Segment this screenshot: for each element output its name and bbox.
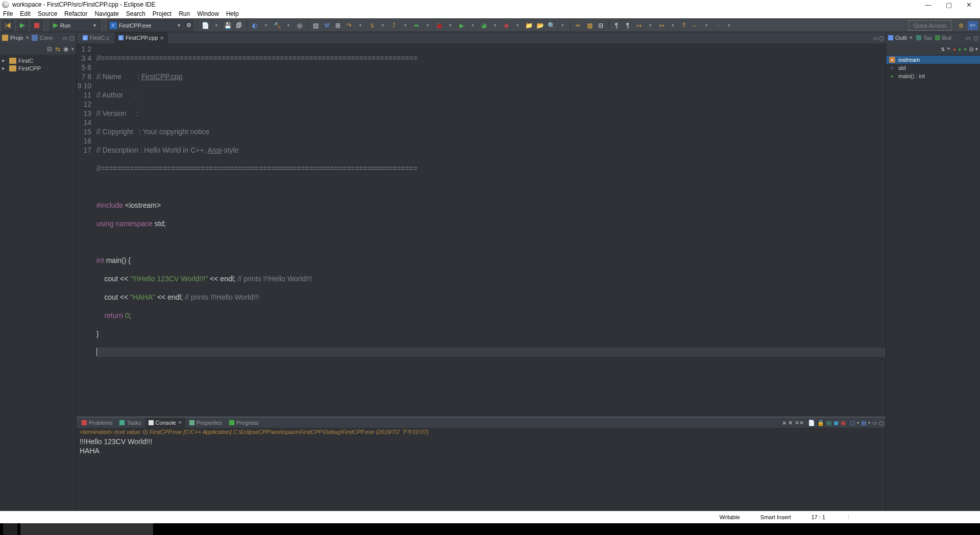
maximize-button[interactable]: ▢ — [946, 1, 952, 9]
arrow-right-icon[interactable]: ➡ — [412, 21, 421, 30]
menu-search[interactable]: Search — [126, 10, 145, 17]
maximize-right-icon[interactable]: ▢ — [973, 35, 978, 41]
show-last-icon[interactable]: ▤ — [826, 420, 831, 426]
pin-console-icon[interactable]: ▣ — [834, 420, 839, 426]
outline-item[interactable]: ● main() : int — [886, 72, 980, 80]
editor-tab[interactable]: C FirstC.c — [79, 32, 113, 43]
connections-tab[interactable]: Conn — [32, 35, 53, 41]
maximize-editor-icon[interactable]: ▢ — [879, 35, 884, 41]
hammer-icon[interactable]: 🔨 — [273, 21, 282, 30]
status-menu-icon[interactable]: ⋮ — [846, 514, 851, 521]
build-targets-tab[interactable]: Buil — [935, 35, 951, 41]
menu-source[interactable]: Source — [38, 10, 57, 17]
new-folder-icon[interactable]: 📁 — [524, 21, 533, 30]
filter-icon[interactable]: ⊟ — [969, 46, 973, 52]
terminate-icon[interactable]: ■ — [782, 420, 786, 426]
outline-item[interactable]: ≡ std — [886, 64, 980, 72]
highlight-icon[interactable]: ✏ — [574, 21, 583, 30]
tasks-outline-tab[interactable]: Tas — [916, 35, 932, 41]
new-icon[interactable]: 📄 — [201, 21, 210, 30]
build-icon[interactable]: ◐ — [250, 21, 259, 30]
step-return-icon[interactable]: ⤴ — [389, 21, 399, 30]
outline-item[interactable]: # iostream — [886, 56, 980, 64]
menu-edit[interactable]: Edit — [20, 10, 31, 17]
progress-tab[interactable]: Progress — [226, 418, 262, 428]
outline-tab[interactable]: Outli ✕ — [888, 35, 913, 41]
minimize-button[interactable]: — — [925, 1, 932, 9]
menu-navigate[interactable]: Navigate — [94, 10, 118, 17]
taskbar-item[interactable] — [3, 523, 17, 535]
menu-window[interactable]: Window — [197, 10, 219, 17]
quick-access[interactable]: Quick Access — [909, 20, 951, 31]
bug-icon[interactable]: 🐞 — [434, 21, 444, 30]
wrench-icon[interactable]: ⚒ — [322, 21, 331, 30]
console-tab[interactable]: Console ✕ — [145, 418, 185, 428]
collapse-all-icon[interactable]: ⊟ — [47, 45, 52, 53]
az-icon[interactable]: ᴬᶻ — [947, 46, 951, 52]
skip-button[interactable] — [2, 20, 14, 31]
resume-button[interactable] — [16, 20, 29, 31]
coverage-icon[interactable]: ◉ — [502, 21, 511, 30]
hide-static-icon[interactable]: ● — [958, 46, 961, 52]
prev-annotation-icon[interactable]: ↤ — [657, 21, 666, 30]
view-menu-right-icon[interactable]: ▾ — [975, 46, 978, 52]
perspective-open-icon[interactable]: ⊕ — [957, 21, 966, 30]
view-menu-icon[interactable]: ▾ — [71, 46, 74, 52]
project-node[interactable]: ▸ FirstC — [2, 57, 74, 64]
problems-tab[interactable]: Problems — [79, 418, 115, 428]
close-button[interactable]: ✕ — [966, 1, 972, 9]
step-into-icon[interactable]: ↴ — [367, 21, 376, 30]
perspective-cpp-icon[interactable]: C+ — [968, 21, 978, 30]
minimize-bottom-icon[interactable]: ▭ — [872, 420, 877, 426]
minimize-view-icon[interactable]: ▭ — [63, 35, 67, 41]
pilcrow-icon[interactable]: ¶ — [623, 21, 632, 30]
mark-icon[interactable]: ▦ — [585, 21, 594, 30]
stop-button[interactable] — [31, 20, 43, 31]
menu-file[interactable]: File — [3, 10, 13, 17]
save-all-icon[interactable]: 🗐 — [234, 21, 243, 30]
grid-icon[interactable]: ⊞ — [333, 21, 342, 30]
run-icon[interactable]: ▶ — [457, 21, 466, 30]
launch-config-select[interactable]: C FirstCPP.exe ▼ ⚙ — [107, 20, 194, 31]
minimize-right-icon[interactable]: ▭ — [966, 35, 970, 41]
hide-fields-icon[interactable]: ● — [953, 46, 956, 52]
save-icon[interactable]: 💾 — [223, 21, 232, 30]
display-selected-icon[interactable]: ▦ — [841, 420, 846, 426]
step-over-icon[interactable]: ↷ — [345, 21, 354, 30]
gear-icon[interactable]: ⚙ — [186, 22, 191, 29]
menu-project[interactable]: Project — [153, 10, 172, 17]
clear-console-icon[interactable]: 📄 — [808, 420, 815, 426]
menu-refactor[interactable]: Refactor — [64, 10, 87, 17]
toggle-icon[interactable]: ⊟ — [596, 21, 605, 30]
console-output[interactable]: !!!Hello 123CV World!!! HAHA — [77, 436, 886, 511]
taskbar-item[interactable] — [20, 523, 153, 535]
os-taskbar[interactable] — [0, 523, 980, 535]
focus-icon[interactable]: ◉ — [63, 45, 68, 53]
project-explorer-tab[interactable]: Proje ✕ — [2, 35, 30, 41]
menu-run[interactable]: Run — [179, 10, 190, 17]
folder-open-icon[interactable]: 📂 — [535, 21, 545, 30]
scroll-lock-icon[interactable]: 🔒 — [817, 420, 824, 426]
hide-nonpublic-icon[interactable]: ✦ — [963, 46, 967, 52]
remove-all-icon[interactable]: ⨯⨯ — [795, 420, 804, 426]
code-editor[interactable]: 1 2 3 4 5 6 7 8 9 10 11 12 13 14 15 16 1… — [77, 43, 886, 417]
close-tab-icon[interactable]: ✕ — [160, 35, 164, 41]
sheet-icon[interactable]: ▤ — [311, 21, 320, 30]
open-console-icon[interactable]: ▢ — [850, 420, 855, 426]
next-annotation-icon[interactable]: ↦ — [634, 21, 644, 30]
menu-help[interactable]: Help — [226, 10, 239, 17]
tasks-tab[interactable]: Tasks — [116, 418, 144, 428]
maximize-view-icon[interactable]: ▢ — [69, 35, 74, 41]
sort-icon[interactable]: ⇅ — [941, 46, 945, 52]
search-icon[interactable]: 🔍 — [547, 21, 556, 30]
project-node[interactable]: ▸ FirstCPP — [2, 64, 74, 72]
back-icon[interactable]: ← — [691, 21, 700, 30]
target-icon[interactable]: ◎ — [295, 21, 304, 30]
profile-icon[interactable]: ◕ — [479, 21, 488, 30]
forward-icon[interactable]: → — [713, 21, 722, 30]
run-mode-select[interactable]: Run ▼ — [50, 20, 101, 31]
paragraph-icon[interactable]: ¶ — [612, 21, 621, 30]
new-console-icon[interactable]: ▤ — [861, 420, 866, 426]
editor-tab[interactable]: C FirstCPP.cpp ✕ — [114, 32, 168, 43]
minimize-editor-icon[interactable]: ▭ — [873, 35, 878, 41]
